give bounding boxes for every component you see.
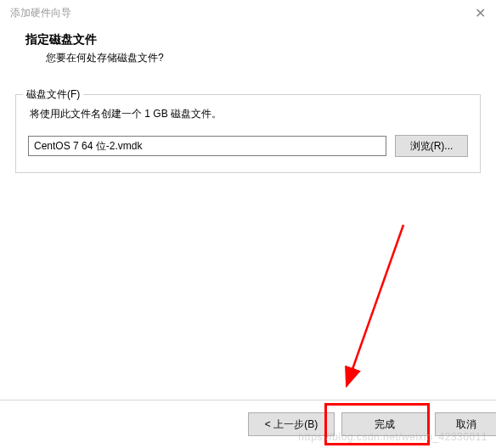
group-description: 将使用此文件名创建一个 1 GB 磁盘文件。	[28, 107, 468, 121]
wizard-header: 指定磁盘文件 您要在何处存储磁盘文件?	[0, 25, 496, 79]
window-title: 添加硬件向导	[10, 6, 71, 20]
disk-file-input[interactable]	[28, 136, 386, 156]
svg-line-1	[347, 225, 403, 386]
browse-button[interactable]: 浏览(R)...	[395, 135, 468, 157]
annotation-arrow	[323, 221, 425, 407]
group-legend: 磁盘文件(F)	[23, 87, 83, 102]
page-heading: 指定磁盘文件	[25, 32, 471, 48]
cancel-button[interactable]: 取消	[435, 412, 496, 436]
file-row: 浏览(R)...	[28, 135, 468, 157]
titlebar: 添加硬件向导 ✕	[0, 0, 496, 25]
disk-file-group: 磁盘文件(F) 将使用此文件名创建一个 1 GB 磁盘文件。 浏览(R)...	[15, 94, 481, 173]
separator	[0, 400, 496, 400]
close-icon[interactable]: ✕	[475, 5, 486, 21]
back-button[interactable]: < 上一步(B)	[248, 412, 335, 436]
finish-button[interactable]: 完成	[341, 412, 428, 436]
page-subheading: 您要在何处存储磁盘文件?	[25, 51, 471, 65]
wizard-buttons: < 上一步(B) 完成 取消	[248, 412, 496, 436]
